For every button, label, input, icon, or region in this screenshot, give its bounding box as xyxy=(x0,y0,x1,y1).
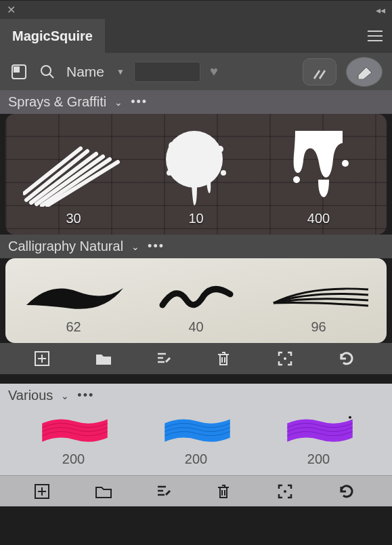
brush-preview-area: 200 200 200 xyxy=(5,407,387,475)
brush-size: 30 xyxy=(66,211,81,226)
svg-point-4 xyxy=(169,142,177,150)
sort-label[interactable]: Name xyxy=(66,64,104,80)
callig-wave-icon xyxy=(23,281,125,315)
drip-icon xyxy=(282,125,356,207)
svg-point-8 xyxy=(293,176,300,183)
swatch-icon xyxy=(149,414,244,447)
brush-group-sprays: Sprays & Graffiti ⌄ ••• 30 10 xyxy=(0,90,392,235)
brush-item[interactable]: 30 xyxy=(12,121,135,226)
chevron-down-icon[interactable]: ⌄ xyxy=(114,97,123,108)
tab-title[interactable]: MagicSquire xyxy=(0,19,105,53)
svg-point-5 xyxy=(217,146,223,153)
focus-icon[interactable] xyxy=(278,351,297,366)
svg-point-9 xyxy=(342,160,349,167)
svg-rect-1 xyxy=(14,66,20,73)
folder-icon[interactable] xyxy=(95,485,114,498)
action-bar xyxy=(0,475,392,506)
svg-point-2 xyxy=(41,66,51,75)
chevron-down-icon[interactable]: ⌄ xyxy=(61,390,69,401)
close-icon[interactable]: ✕ xyxy=(7,3,16,16)
brush-group-calligraphy: Calligraphy Natural ⌄ ••• 62 40 96 xyxy=(0,235,392,343)
splat-icon xyxy=(152,125,240,207)
group-name: Various xyxy=(8,388,53,403)
spray-stroke-icon xyxy=(23,146,125,207)
swatch-icon xyxy=(271,414,366,447)
filter-icon[interactable] xyxy=(156,484,175,499)
trash-icon[interactable] xyxy=(217,484,236,499)
add-icon[interactable] xyxy=(35,484,53,499)
view-toggle-icon[interactable] xyxy=(9,62,28,81)
search-icon[interactable] xyxy=(38,62,57,81)
group-header[interactable]: Various ⌄ ••• xyxy=(0,384,392,407)
brush-item[interactable]: 200 xyxy=(257,414,380,467)
more-icon[interactable]: ••• xyxy=(131,95,148,109)
brush-size: 400 xyxy=(307,211,330,226)
svg-point-6 xyxy=(167,170,172,176)
trash-icon[interactable] xyxy=(217,351,236,366)
chevron-down-icon[interactable]: ▼ xyxy=(116,67,125,77)
search-input[interactable] xyxy=(134,62,200,82)
favorite-icon[interactable]: ♥ xyxy=(210,64,218,79)
brush-item[interactable]: 40 xyxy=(135,265,257,335)
brush-item[interactable]: 62 xyxy=(12,265,135,335)
brush-item[interactable]: 200 xyxy=(135,414,257,467)
toolbar: Name ▼ ♥ xyxy=(0,53,392,90)
folder-icon[interactable] xyxy=(95,352,114,365)
chevron-down-icon[interactable]: ⌄ xyxy=(131,241,139,252)
brush-size: 10 xyxy=(188,211,203,226)
swatch-icon xyxy=(26,414,121,447)
collapse-icon[interactable]: ◂◂ xyxy=(376,5,385,16)
brush-size: 200 xyxy=(307,451,330,467)
titlebar: ✕ ◂◂ xyxy=(0,0,392,19)
svg-point-11 xyxy=(284,357,286,360)
brush-item[interactable]: 200 xyxy=(12,414,135,467)
group-name: Calligraphy Natural xyxy=(8,239,123,254)
brush-size: 62 xyxy=(66,319,81,335)
action-bar xyxy=(0,343,392,374)
group-header[interactable]: Sprays & Graffiti ⌄ ••• xyxy=(0,90,392,114)
brush-item[interactable]: 96 xyxy=(257,265,380,335)
svg-point-3 xyxy=(166,131,223,188)
callig-lines-icon xyxy=(268,281,370,315)
app-name: MagicSquire xyxy=(12,28,93,44)
brush-size: 40 xyxy=(188,319,203,335)
add-icon[interactable] xyxy=(35,351,53,366)
callig-squiggle-icon xyxy=(159,285,234,315)
svg-point-13 xyxy=(284,490,286,493)
undo-icon[interactable] xyxy=(339,351,357,366)
filter-icon[interactable] xyxy=(156,351,175,366)
more-icon[interactable]: ••• xyxy=(148,239,165,254)
svg-point-7 xyxy=(221,170,226,176)
tab-bar: MagicSquire xyxy=(0,19,392,53)
brush-item[interactable]: 10 xyxy=(135,121,257,226)
brush-size: 200 xyxy=(185,451,207,467)
focus-icon[interactable] xyxy=(278,484,297,499)
brush-size: 96 xyxy=(311,319,326,335)
eraser-tool-button[interactable] xyxy=(346,57,383,87)
undo-icon[interactable] xyxy=(339,484,357,499)
group-header[interactable]: Calligraphy Natural ⌄ ••• xyxy=(0,235,392,258)
brush-item[interactable]: 400 xyxy=(257,121,380,226)
brush-preview-area: 30 10 400 xyxy=(5,114,387,235)
brush-preview-area: 62 40 96 xyxy=(5,258,387,343)
brush-tool-button[interactable] xyxy=(303,58,336,85)
brush-group-various: Various ⌄ ••• 200 200 200 xyxy=(0,384,392,506)
group-name: Sprays & Graffiti xyxy=(8,94,106,110)
brush-size: 200 xyxy=(62,451,85,467)
more-icon[interactable]: ••• xyxy=(77,388,94,403)
menu-icon[interactable] xyxy=(358,19,392,53)
